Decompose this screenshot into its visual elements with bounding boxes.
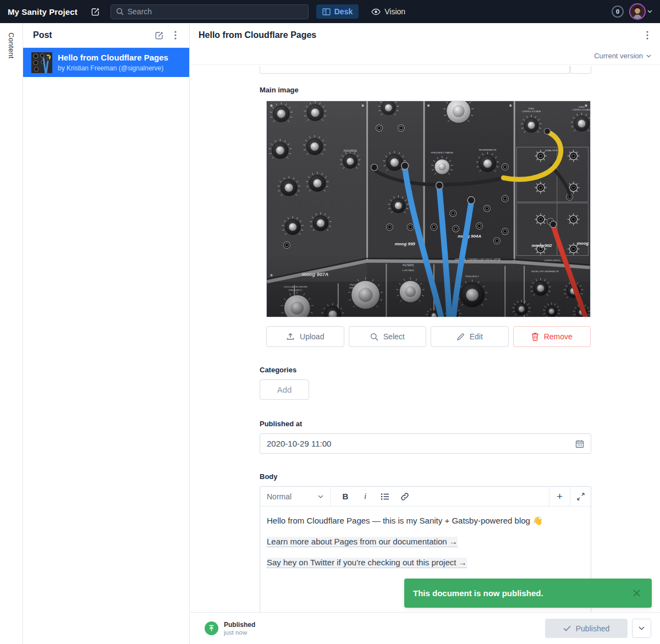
avatar	[629, 3, 646, 20]
compose-icon	[155, 31, 164, 40]
desk-icon	[322, 8, 331, 16]
project-title: My Sanity Project	[8, 7, 78, 16]
link-button[interactable]	[395, 489, 414, 504]
footer-actions: Published	[545, 619, 651, 638]
document-form: Main image	[190, 65, 660, 612]
tool-tabs: Desk Vision	[316, 4, 411, 19]
documentation-link[interactable]: Learn more about Pages from our document…	[267, 537, 458, 547]
list-item[interactable]: Hello from Cloudflare Pages by Kristian …	[23, 48, 189, 77]
document-title: Hello from Cloudflare Pages	[199, 30, 639, 40]
vertical-dots-icon	[174, 31, 177, 40]
compose-icon	[91, 7, 100, 16]
publish-status-time: just now	[224, 629, 255, 636]
main-image: HIGH PASSFREQUENCY RANGEREGENERATIONFIXE…	[266, 101, 591, 317]
chevron-down-icon	[318, 495, 323, 498]
italic-button[interactable]: i	[356, 489, 375, 504]
edit-label: Edit	[470, 332, 483, 341]
document-pane: Hello from Cloudflare Pages Current vers…	[190, 23, 660, 644]
main-image-field: HIGH PASSFREQUENCY RANGEREGENERATIONFIXE…	[266, 101, 591, 347]
publish-status-icon	[205, 621, 218, 635]
chevron-down-icon	[639, 626, 645, 630]
body-paragraph: Hello from Cloudflare Pages — this is my…	[267, 515, 584, 527]
body-paragraph-text: Hello from Cloudflare Pages — this is my…	[267, 516, 532, 525]
select-label: Select	[383, 332, 405, 341]
document-footer: Published just now Published	[190, 612, 660, 644]
list-item-text: Hello from Cloudflare Pages by Kristian …	[58, 53, 168, 72]
published-at-input[interactable]	[267, 439, 571, 448]
list-item-subtitle: by Kristian Freeman (@signalnerve)	[58, 64, 168, 72]
content-rail: Content	[0, 23, 23, 644]
remove-label: Remove	[544, 332, 573, 341]
image-actions: Upload Select Edit	[266, 326, 591, 347]
navbar-right: 0	[612, 3, 652, 20]
global-search	[111, 4, 309, 19]
slug-generate-button[interactable]	[570, 66, 591, 74]
wave-emoji: 👋	[532, 516, 543, 525]
tab-vision[interactable]: Vision	[365, 4, 411, 19]
published-at-label: Published at	[260, 420, 591, 428]
workspace: Content Post Hello from Cloudflare Pages	[0, 23, 660, 644]
bold-button[interactable]: B	[336, 489, 355, 504]
format-buttons: B i	[331, 487, 549, 506]
editor-toolbar: Normal B i	[260, 487, 591, 507]
document-menu-button[interactable]	[639, 27, 656, 43]
tab-vision-label: Vision	[384, 7, 405, 16]
pencil-icon	[457, 333, 465, 341]
published-button-label: Published	[576, 624, 610, 633]
vertical-dots-icon	[646, 31, 648, 40]
compose-button[interactable]	[87, 3, 104, 20]
top-navbar: My Sanity Project Desk Vision 0	[0, 0, 660, 23]
body-label: Body	[260, 472, 591, 481]
user-menu[interactable]	[629, 3, 652, 20]
body-paragraph: Say hey on Twitter if you're checking ou…	[267, 557, 584, 569]
toast-message: This document is now published.	[413, 588, 630, 598]
publish-toast: This document is now published.	[404, 579, 652, 608]
publish-status: Published just now	[224, 621, 255, 636]
upload-label: Upload	[300, 332, 324, 341]
search-input[interactable]	[128, 7, 303, 16]
close-icon[interactable]	[630, 587, 643, 600]
notifications-badge[interactable]: 0	[612, 5, 624, 18]
main-image-label: Main image	[260, 86, 591, 94]
rail-label: Content	[7, 32, 15, 644]
published-button[interactable]: Published	[545, 619, 628, 638]
version-selector[interactable]: Current version	[594, 52, 643, 60]
insert-block-button[interactable]: +	[549, 487, 570, 506]
list-pane-menu-button[interactable]	[167, 27, 184, 43]
list-pane-title: Post	[33, 30, 151, 40]
synth-photo: HIGH PASSFREQUENCY RANGEREGENERATIONFIXE…	[267, 101, 590, 317]
twitter-link[interactable]: Say hey on Twitter if you're checking ou…	[267, 558, 467, 568]
slug-input[interactable]	[260, 66, 570, 74]
chevron-down-icon	[646, 54, 651, 58]
publish-menu-button[interactable]	[632, 619, 651, 638]
list-pane-header: Post	[23, 23, 189, 48]
eye-icon	[371, 8, 381, 15]
document-header: Hello from Cloudflare Pages	[190, 23, 660, 47]
add-category-button[interactable]: Add	[260, 379, 309, 400]
document-list-pane: Post Hello from Cloudflare Pages by Kris…	[23, 23, 190, 644]
select-button[interactable]: Select	[349, 326, 427, 347]
list-item-title: Hello from Cloudflare Pages	[58, 53, 168, 63]
categories-label: Categories	[260, 366, 591, 374]
tab-desk-label: Desk	[334, 7, 353, 16]
upload-button[interactable]: Upload	[266, 326, 344, 347]
tab-desk[interactable]: Desk	[316, 4, 359, 19]
chevron-down-icon	[647, 10, 652, 13]
new-document-button[interactable]	[151, 27, 167, 43]
style-select-value: Normal	[267, 492, 292, 501]
slug-field-cutoff	[260, 66, 591, 74]
search-icon	[370, 333, 378, 341]
remove-button[interactable]: Remove	[513, 326, 591, 347]
edit-button[interactable]: Edit	[431, 326, 509, 347]
bullet-list-button[interactable]	[376, 489, 394, 504]
publish-status-title: Published	[224, 621, 255, 629]
fullscreen-button[interactable]	[570, 487, 591, 506]
upload-icon	[286, 332, 295, 341]
paragraph-style-select[interactable]: Normal	[260, 487, 331, 506]
trash-icon	[531, 332, 539, 341]
calendar-icon[interactable]	[575, 439, 584, 448]
check-icon	[563, 625, 571, 631]
search-icon	[116, 8, 124, 15]
body-content[interactable]: Hello from Cloudflare Pages — this is my…	[260, 507, 591, 585]
published-at-field	[260, 433, 591, 454]
